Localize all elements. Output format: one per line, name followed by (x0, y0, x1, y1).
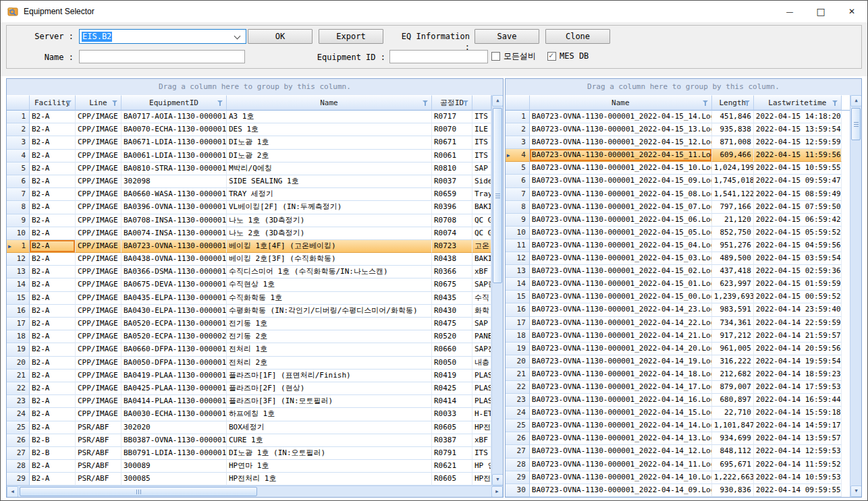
grid-cell-extra[interactable]: 수직 (472, 292, 491, 305)
ok-button[interactable]: OK (248, 29, 313, 44)
equipment-row[interactable]: 21B2-ACPP/IMAGEBA0419-PLAA-1130-000001플라… (7, 370, 491, 382)
grid-cell-lastwritetime[interactable]: 2022-04-15 04:59:56 (754, 239, 842, 252)
log-file-row[interactable]: 3BA0723-OVNA-1130-000001_2022-04-15_12.L… (506, 136, 850, 149)
grid-cell-lastwritetime[interactable]: 2022-04-15 06:59:42 (754, 214, 842, 227)
scrollbar-track[interactable] (492, 107, 503, 474)
grid-cell-process-id[interactable]: R0605 (432, 421, 472, 434)
grid-cell-extra[interactable]: 화학 (472, 305, 491, 318)
close-button[interactable] (836, 1, 867, 22)
grid-cell-facility[interactable]: B2-A (30, 136, 76, 149)
grid-cell-name[interactable]: HP연마 1호 (227, 460, 432, 473)
grid-cell-lastwritetime[interactable]: 2022-04-14 14:59:17 (754, 419, 842, 432)
grid-cell-name[interactable]: DI노광 2호 (227, 150, 432, 163)
log-file-row[interactable]: 4BA0723-OVNA-1130-000001_2022-04-15_11.L… (506, 149, 850, 162)
grid-cell-extra[interactable]: SAP (472, 318, 491, 330)
equipment-row[interactable]: 27B2-BPSR/ABFBB0791-LDIA-1130-000001DI노광… (7, 447, 491, 460)
log-file-row[interactable]: 12BA0723-OVNA-1130-000001_2022-04-15_03.… (506, 252, 850, 265)
grid-cell-name[interactable]: BA0723-OVNA-1130-000001_2022-04-14_20.Lo… (530, 343, 712, 355)
equipment-row[interactable]: 26B2-BPSR/ABFBB0387-OVNA-1130-000001CURE… (7, 434, 491, 447)
grid-cell-line[interactable]: CPP/IMAGE (76, 150, 121, 163)
grid-cell-extra[interactable]: PANE (472, 330, 491, 343)
grid-cell-line[interactable]: CPP/IMAGE (76, 188, 121, 201)
grid-cell-lastwritetime[interactable]: 2022-04-14 10:59:53 (754, 471, 842, 484)
grid-cell-name[interactable]: HP전처리 1호 (227, 473, 432, 485)
grid-cell-lastwritetime[interactable]: 2022-04-15 14:18:20 (754, 111, 842, 123)
grid-cell-lastwritetime[interactable]: 2022-04-14 18:59:23 (754, 368, 842, 381)
grid-cell-facility[interactable]: B2-A (30, 318, 76, 330)
grid-cell-facility[interactable]: B2-A (30, 370, 76, 382)
grid-cell-lastwritetime[interactable]: 2022-04-15 03:59:54 (754, 252, 842, 265)
grid-cell-line[interactable]: CPP/IMAGE (76, 136, 121, 149)
equipment-row[interactable]: 17B2-ACPP/IMAGEBA0520-ECPA-1130-000001전기… (7, 318, 491, 330)
grid-cell-extra[interactable]: BAKI (472, 253, 491, 266)
grid-cell-facility[interactable]: B2-A (30, 473, 76, 485)
grid-cell-process-id[interactable]: R0605 (432, 473, 472, 485)
grid-cell-name[interactable]: BA0723-OVNA-1130-000001_2022-04-14_21.Lo… (530, 330, 712, 343)
grid-cell-name[interactable]: 전처리 2호 (227, 357, 432, 370)
log-file-row[interactable]: 23BA0723-OVNA-1130-000001_2022-04-14_16.… (506, 394, 850, 407)
grid-cell-extra[interactable]: PLAS (472, 395, 491, 408)
grid-cell-lastwritetime[interactable]: 2022-04-14 20:59:56 (754, 343, 842, 355)
grid-cell-process-id[interactable]: R0708 (432, 214, 472, 227)
grid-cell-equipment-id[interactable]: BA0430-ELPA-1130-000001 (121, 305, 227, 318)
grid-cell-length[interactable]: 21,120 (712, 214, 754, 227)
grid-cell-equipment-id[interactable]: BA0671-LDIA-1130-000001 (121, 136, 227, 149)
equipment-row[interactable]: 20B2-ACPP/IMAGEBA0050-DFPA-1130-000001전처… (7, 357, 491, 370)
log-file-row[interactable]: 6BA0723-OVNA-1130-000001_2022-04-15_09.L… (506, 175, 850, 187)
grid-cell-name[interactable]: 전기동 2호 (227, 330, 432, 343)
equipment-row[interactable]: 15B2-ACPP/IMAGEBA0435-ELPA-1130-000001수직… (7, 292, 491, 305)
log-file-row[interactable]: 24BA0723-OVNA-1130-000001_2022-04-14_15.… (506, 407, 850, 419)
grid-cell-name[interactable]: BA0723-OVNA-1130-000001_2022-04-14_14.Lo… (530, 419, 712, 432)
log-file-row[interactable]: 1BA0723-OVNA-1130-000001_2022-04-15_14.L… (506, 111, 850, 123)
grid-cell-facility[interactable]: B2-A (30, 395, 76, 408)
grid-cell-extra[interactable]: Tray (472, 188, 491, 201)
grid-cell-name[interactable]: BA0723-OVNA-1130-000001_2022-04-15_03.Lo… (530, 252, 712, 265)
grid-cell-line[interactable]: CPP/IMAGE (76, 408, 121, 421)
grid-cell-name[interactable]: BA0723-OVNA-1130-000001_2022-04-14_16.Lo… (530, 394, 712, 407)
log-file-row[interactable]: 16BA0723-OVNA-1130-000001_2022-04-14_23.… (506, 303, 850, 316)
grid-cell-process-id[interactable]: R0074 (432, 227, 472, 240)
column-header-length[interactable]: Length (712, 95, 754, 111)
grid-cell-line[interactable]: CPP/IMAGE (76, 175, 121, 188)
grid-cell-equipment-id[interactable]: BA0366-DSMA-1130-000001 (121, 266, 227, 278)
grid-cell-equipment-id[interactable]: BA0810-STRA-1130-000001 (121, 163, 227, 175)
log-file-row[interactable]: 9BA0723-OVNA-1130-000001_2022-04-15_06.L… (506, 214, 850, 227)
grid-cell-length[interactable]: 623,997 (712, 278, 754, 291)
grid-cell-length[interactable]: 212,682 (712, 368, 754, 381)
checkbox-box-icon[interactable] (547, 52, 556, 61)
grid-cell-name[interactable]: BA0723-OVNA-1130-000001_2022-04-15_14.Lo… (530, 111, 712, 123)
grid-cell-length[interactable]: 879,007 (712, 381, 754, 394)
grid-cell-name[interactable]: BA0723-OVNA-1130-000001_2022-04-14_15.Lo… (530, 407, 712, 419)
grid-cell-equipment-id[interactable]: BA0438-OVNA-1130-000001 (121, 253, 227, 266)
scroll-up-button[interactable] (492, 95, 504, 107)
grid-cell-lastwritetime[interactable]: 2022-04-15 08:59:49 (754, 188, 842, 201)
equipment-row[interactable]: 4B2-ACPP/IMAGEBA0061-LDIA-1130-000001DI노… (7, 150, 491, 163)
grid-cell-extra[interactable]: H-ET (472, 408, 491, 421)
grid-cell-name[interactable]: 나노 1호 (3D측정기) (227, 214, 432, 227)
grid-cell-lastwritetime[interactable]: 2022-04-14 22:59:59 (754, 317, 842, 330)
grid-cell-extra[interactable]: ITS (472, 447, 491, 460)
grid-cell-process-id[interactable]: R0414 (432, 395, 472, 408)
grid-cell-equipment-id[interactable]: BA0396-OVNA-1130-000001 (121, 201, 227, 214)
grid-cell-lastwritetime[interactable]: 2022-04-14 13:59:57 (754, 432, 842, 445)
grid-cell-lastwritetime[interactable]: 2022-04-14 23:59:40 (754, 303, 842, 316)
grid-cell-facility[interactable]: B2-A (30, 111, 76, 123)
grid-cell-equipment-id[interactable]: BA0723-OVNA-1130-000001 (121, 240, 227, 253)
grid-cell-equipment-id[interactable]: BA0419-PLAA-1130-000001 (121, 370, 227, 382)
grid-cell-name[interactable]: BA0723-OVNA-1130-000001_2022-04-15_12.Lo… (530, 136, 712, 149)
grid-cell-line[interactable]: PSR/ABF (76, 434, 121, 447)
grid-cell-process-id[interactable]: R0396 (432, 201, 472, 214)
log-file-row[interactable]: 25BA0723-OVNA-1130-000001_2022-04-14_14.… (506, 419, 850, 432)
grid-cell-equipment-id[interactable]: BA0050-DFPA-1130-000001 (121, 357, 227, 370)
log-file-row[interactable]: 28BA0723-OVNA-1130-000001_2022-04-14_11.… (506, 459, 850, 471)
grid-cell-equipment-id[interactable]: BA0660-DFPA-1130-000001 (121, 343, 227, 356)
grid-cell-facility[interactable]: B2-A (30, 382, 76, 395)
column-header-line[interactable]: Line (76, 95, 121, 111)
grid-cell-extra[interactable]: xBF (472, 266, 491, 278)
grid-cell-name[interactable]: 수직화학동 1호 (227, 292, 432, 305)
grid-cell-process-id[interactable]: R0366 (432, 266, 472, 278)
grid-cell-equipment-id[interactable]: BB0387-OVNA-1130-000001 (121, 434, 227, 447)
grid-cell-length[interactable]: 917,212 (712, 330, 754, 343)
grid-cell-lastwritetime[interactable]: 2022-04-14 16:59:44 (754, 394, 842, 407)
grid-cell-name[interactable]: BA0723-OVNA-1130-000001_2022-04-15_10.Lo… (530, 162, 712, 175)
